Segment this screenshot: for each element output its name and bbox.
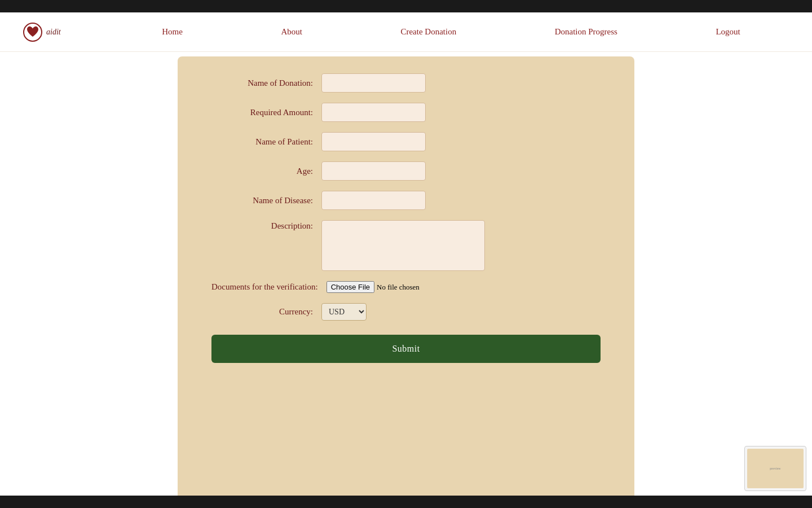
required-amount-row: Required Amount: [211, 103, 601, 122]
nav-about[interactable]: About [270, 27, 314, 37]
patient-name-row: Name of Patient: [211, 132, 601, 151]
file-input[interactable] [326, 281, 451, 293]
nav-links: Home About Create Donation Donation Prog… [113, 27, 789, 37]
donation-name-row: Name of Donation: [211, 73, 601, 93]
donation-name-input[interactable] [321, 73, 426, 93]
submit-row: Submit [211, 335, 601, 363]
required-amount-input[interactable] [321, 103, 426, 122]
currency-select[interactable]: USD EUR GBP PKR [321, 303, 367, 321]
documents-row: Documents for the verification: [211, 281, 601, 293]
main-content: Name of Donation: Required Amount: Name … [0, 52, 812, 508]
age-input[interactable] [321, 161, 426, 181]
currency-label: Currency: [211, 307, 313, 317]
required-amount-label: Required Amount: [211, 108, 313, 117]
description-row: Description: [211, 220, 601, 271]
patient-name-label: Name of Patient: [211, 137, 313, 147]
navbar: aidit Home About Create Donation Donatio… [0, 12, 812, 52]
disease-input[interactable] [321, 191, 426, 210]
documents-label: Documents for the verification: [211, 282, 318, 292]
logo-icon [23, 22, 43, 42]
logo-text: aidit [46, 28, 61, 37]
nav-donation-progress[interactable]: Donation Progress [544, 27, 629, 37]
logo[interactable]: aidit [23, 22, 61, 42]
age-row: Age: [211, 161, 601, 181]
currency-row: Currency: USD EUR GBP PKR [211, 303, 601, 321]
bottom-bar [0, 496, 812, 508]
disease-label: Name of Disease: [211, 196, 313, 205]
thumbnail-preview: preview [744, 446, 806, 491]
donation-name-label: Name of Donation: [211, 78, 313, 88]
description-label: Description: [211, 221, 313, 231]
nav-home[interactable]: Home [151, 27, 194, 37]
nav-logout[interactable]: Logout [704, 27, 751, 37]
disease-row: Name of Disease: [211, 191, 601, 210]
patient-name-input[interactable] [321, 132, 426, 151]
file-input-wrapper [326, 281, 451, 293]
nav-create-donation[interactable]: Create Donation [389, 27, 467, 37]
top-bar [0, 0, 812, 12]
age-label: Age: [211, 167, 313, 176]
description-textarea[interactable] [321, 220, 485, 271]
form-container: Name of Donation: Required Amount: Name … [178, 56, 634, 503]
submit-button[interactable]: Submit [211, 335, 601, 363]
